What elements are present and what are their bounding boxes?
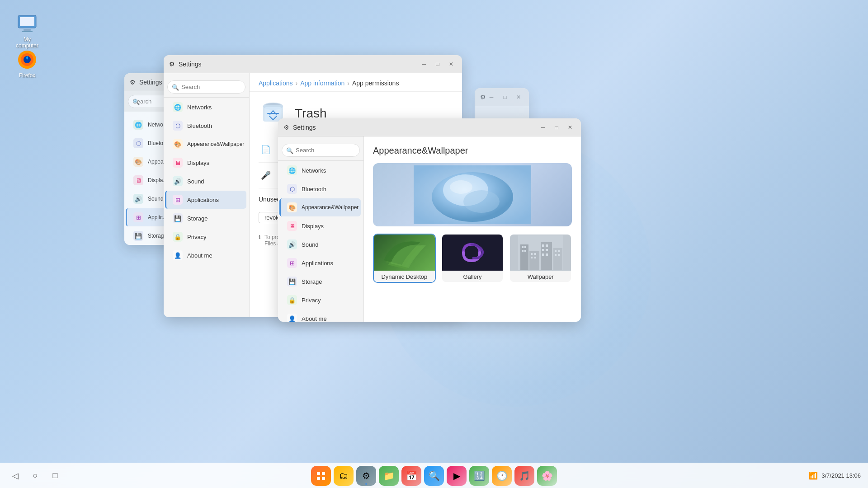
titlebar-aw: ⚙ Settings ─ □ ✕ [278,118,581,136]
home-btn[interactable]: ○ [27,468,43,484]
about-label-main: About me [187,252,212,259]
svg-rect-37 [558,254,560,256]
appearance-label-aw: Appearance&Wallpaper [302,204,359,211]
svg-rect-36 [555,254,557,256]
sidebar-storage-aw[interactable]: 💾 Storage [281,272,361,291]
sidebar-storage-main[interactable]: 💾 Storage [166,209,246,227]
storage-label-main: Storage [187,215,208,222]
taskbar-photos[interactable]: 🌸 [537,466,557,486]
dynamic-card-img [374,235,435,271]
files-icon: 🗂 [339,470,348,481]
music-icon: 🎵 [519,470,530,481]
minimize-far[interactable]: ─ [486,92,497,103]
svg-rect-32 [546,253,548,256]
maximize-main[interactable]: □ [432,59,443,70]
sidebar-applications-main[interactable]: ⊞ Applications [165,191,246,209]
card-gallery[interactable]: Gallery [441,234,504,283]
privacy-icon-main: 🔒 [173,232,183,242]
close-far[interactable]: ✕ [513,92,524,103]
aw-cards: Dynamic Desktop Gallery [373,234,572,283]
clock-icon: 🕐 [496,470,508,481]
appearance-icon-aw: 🎨 [287,202,297,212]
search-wrapper-aw: 🔍 [282,144,360,157]
maximize-aw[interactable]: □ [551,122,562,133]
recent-btn[interactable]: □ [47,468,63,484]
sidebar-sound-aw[interactable]: 🔊 Sound [281,235,361,253]
sidebar-applications-aw[interactable]: ⊞ Applications [281,254,361,272]
bluetooth-label-aw: Bluetooth [302,186,326,192]
applications-label-main: Applications [187,197,219,203]
filemanager-icon: 📁 [383,470,395,481]
sidebar-sound-main[interactable]: 🔊 Sound [166,172,246,190]
photos-icon: 🌸 [542,470,553,481]
sidebar-networks-aw[interactable]: 🌐 Networks [281,161,361,179]
sidebar-about-main[interactable]: 👤 About me [166,246,246,264]
card-dynamic[interactable]: Dynamic Desktop [373,234,436,283]
sidebar-privacy-main[interactable]: 🔒 Privacy [166,228,246,246]
sidebar-displays-main[interactable]: 🖥 Displays [166,154,246,172]
wifi-icon: 📶 [809,471,818,480]
svg-rect-40 [317,477,320,480]
search-icon-aw: 🔍 [286,147,293,154]
taskbar-clock[interactable]: 🕐 [492,466,512,486]
taskbar-media[interactable]: ▶ [447,466,467,486]
aw-sidebar: 🔍 🌐 Networks ⬡ Bluetooth 🎨 Appearance&Wa… [278,136,364,322]
sidebar-bluetooth-aw[interactable]: ⬡ Bluetooth [281,180,361,198]
sidebar-networks-main[interactable]: 🌐 Networks [166,98,246,116]
displays-icon-main: 🖥 [173,158,183,168]
taskbar-filemanager[interactable]: 📁 [379,466,399,486]
breadcrumb-item-0[interactable]: Applications [259,80,293,87]
sidebar-displays-aw[interactable]: 🖥 Displays [281,217,361,235]
appearance-icon-back: 🎨 [133,157,143,167]
taskbar-launcher[interactable] [311,466,331,486]
wallpaper-preview-svg [414,165,531,224]
minimize-main[interactable]: ─ [419,59,429,70]
close-aw[interactable]: ✕ [565,122,576,133]
displays-icon-back: 🖥 [133,175,143,185]
breadcrumb-item-2: App permissions [352,80,399,87]
minimize-aw[interactable]: ─ [538,122,548,133]
media-icon: ▶ [453,470,460,481]
appearance-label-main: Appearance&Wallpaper [187,141,244,147]
taskbar-calendar[interactable]: 📅 [401,466,421,486]
card-wallpaper[interactable]: Wallpaper [509,234,572,283]
desktop-icon-firefox[interactable]: Firefox [9,45,45,82]
taskbar-music[interactable]: 🎵 [514,466,534,486]
taskbar-settings[interactable]: ⚙ [356,466,376,486]
breadcrumb-item-1[interactable]: App information [300,80,344,87]
maximize-far[interactable]: □ [500,92,510,103]
sidebar-appearance-aw[interactable]: 🎨 Appearance&Wallpaper [279,198,361,216]
sidebar-privacy-aw[interactable]: 🔒 Privacy [281,291,361,309]
aw-layout: 🔍 🌐 Networks ⬡ Bluetooth 🎨 Appearance&Wa… [278,136,581,322]
search-area-aw: 🔍 [278,140,363,161]
main-title: ⚙ Settings [169,61,202,68]
svg-rect-39 [322,472,325,475]
taskbar-calculator[interactable]: 🔢 [469,466,489,486]
sidebar-appearance-main[interactable]: 🎨 Appearance&Wallpaper [166,135,246,153]
close-main[interactable]: ✕ [446,59,457,70]
taskbar-center: 🗂 ⚙ 📁 📅 🔍 ▶ 🔢 [311,466,557,486]
wallpaper-card-label: Wallpaper [510,271,571,282]
taskbar-search[interactable]: 🔍 [424,466,444,486]
networks-icon-back: 🌐 [133,120,143,130]
sidebar-about-aw[interactable]: 👤 About me [281,310,361,322]
displays-label-main: Displays [187,160,209,166]
svg-rect-22 [531,253,533,255]
titlebar-far: ⚙ ─ □ ✕ [475,88,529,106]
sound-label-aw: Sound [302,241,319,248]
taskbar-files[interactable]: 🗂 [334,466,354,486]
info-icon: ℹ [259,234,261,240]
search-icon-main: 🔍 [172,84,179,90]
svg-rect-20 [524,250,526,252]
calendar-icon: 📅 [406,470,417,481]
back-btn[interactable]: ◁ [7,468,24,484]
storage-icon-main: 💾 [173,213,183,223]
dynamic-card-label: Dynamic Desktop [374,271,435,282]
svg-rect-25 [534,257,536,258]
gallery-card-svg [454,235,491,270]
launcher-icon [316,471,326,481]
applications-icon-main: ⊞ [173,195,183,205]
svg-rect-29 [542,249,544,251]
search-wrapper-main: 🔍 [167,80,245,94]
sidebar-bluetooth-main[interactable]: ⬡ Bluetooth [166,117,246,135]
